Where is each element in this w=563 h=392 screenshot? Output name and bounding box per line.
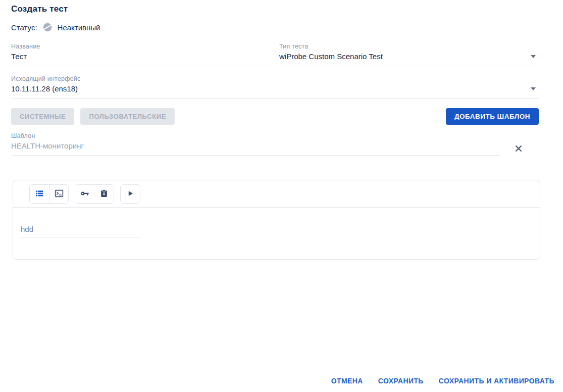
status-value: Неактивный [58,23,100,32]
status-label: Статус: [11,23,37,32]
inactive-crossed-circle-icon [42,22,53,32]
name-input[interactable] [11,52,270,66]
out-interface-label: Исходящий интерфейс [11,75,539,82]
template-field: Шаблон HEALTH-мониторинг [11,132,500,156]
paste-step-button[interactable] [94,185,114,203]
play-icon [126,189,135,200]
template-tabs-row: СИСТЕМНЫЕ ПОЛЬЗОВАТЕЛЬСКИЕ ДОБАВИТЬ ШАБЛ… [11,108,539,125]
terminal-view-button[interactable] [49,185,68,203]
tab-system-templates[interactable]: СИСТЕМНЫЕ [11,108,74,125]
view-toggle-group [29,184,69,204]
cancel-button[interactable]: ОТМЕНА [331,377,363,385]
save-and-activate-button[interactable]: СОХРАНИТЬ И АКТИВИРОВАТЬ [439,377,554,385]
test-type-label: Тип теста [279,43,539,50]
template-field-value: HEALTH-мониторинг [11,141,500,156]
form-grid: Название Тип теста wiProbe Custom Scenar… [11,43,539,66]
chevron-down-icon [531,87,536,90]
close-icon [514,148,524,155]
test-type-select[interactable]: Тип теста wiProbe Custom Scenario Test [279,43,539,66]
step-input[interactable] [21,225,141,237]
scenario-panel [13,180,540,260]
status-row: Статус: Неактивный [11,22,539,32]
out-interface-select[interactable]: Исходящий интерфейс 10.11.11.28 (ens18) [11,75,539,99]
key-icon [80,189,89,200]
footer-actions: ОТМЕНА СОХРАНИТЬ СОХРАНИТЬ И АКТИВИРОВАТ… [331,377,554,385]
create-test-form: Создать тест Статус: Неактивный Название… [0,0,563,392]
key-button[interactable] [75,185,94,203]
test-type-value[interactable]: wiProbe Custom Scenario Test [279,52,539,66]
insert-tools-group [75,184,114,204]
save-button[interactable]: СОХРАНИТЬ [378,377,424,385]
run-button[interactable] [121,185,140,203]
template-row: Шаблон HEALTH-мониторинг [11,132,539,156]
out-interface-value[interactable]: 10.11.11.28 (ens18) [11,84,539,99]
scenario-toolbar [13,180,540,208]
chevron-down-icon [531,55,536,58]
page-title: Создать тест [11,0,539,14]
run-group [120,184,140,204]
view-list-icon [35,189,44,200]
remove-template-button[interactable] [514,143,524,154]
name-field: Название [11,43,270,66]
tab-user-templates[interactable]: ПОЛЬЗОВАТЕЛЬСКИЕ [80,108,175,125]
view-list-button[interactable] [30,185,49,203]
template-field-label: Шаблон [11,132,500,139]
add-template-button[interactable]: ДОБАВИТЬ ШАБЛОН [446,108,539,125]
terminal-icon [55,189,64,200]
paste-step-icon [99,189,109,200]
scenario-panel-body [13,208,540,237]
name-field-label: Название [11,43,270,50]
